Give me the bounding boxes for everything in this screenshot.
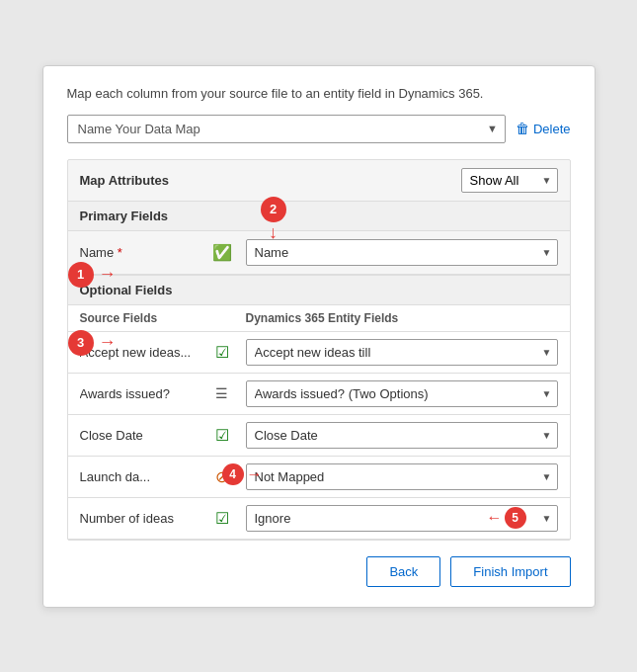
column-headers: Source Fields Dynamics 365 Entity Fields	[68, 305, 570, 332]
field-select-0-wrapper: Accept new ideas till Ignore Not Mapped …	[246, 339, 558, 366]
callout-3: 3	[68, 330, 94, 356]
description-text: Map each column from your source file to…	[67, 86, 571, 101]
optional-fields-header: Optional Fields	[68, 276, 570, 305]
icon-cell-3: ⊘ 4 →	[208, 467, 236, 486]
col-dynamics-label: Dynamics 365 Entity Fields	[246, 311, 558, 325]
primary-fields-label: Primary Fields	[80, 209, 169, 223]
back-button[interactable]: Back	[366, 556, 440, 587]
finish-import-button[interactable]: Finish Import	[450, 556, 570, 587]
map-attributes-label: Map Attributes	[80, 173, 170, 188]
icon-cell-4: ☑	[208, 509, 236, 528]
check-icon-4: ☑	[215, 509, 229, 528]
name-select[interactable]: Name Title Subject	[246, 239, 558, 266]
data-map-select-wrapper: Name Your Data Map ▼	[67, 115, 506, 143]
primary-fields-header: Primary Fields	[68, 202, 570, 231]
arrow-1-icon: →	[99, 264, 117, 285]
data-map-select[interactable]: Name Your Data Map	[67, 115, 506, 143]
doc-icon-1: ☰	[215, 385, 228, 401]
primary-fields-section: Primary Fields Name * ✅ Name Title	[68, 202, 570, 276]
name-check-icon-cell: ✅	[208, 243, 236, 262]
optional-fields-section: Optional Fields Source Fields Dynamics 3…	[68, 276, 570, 540]
field-row-1: Awards issued? ☰ Awards issued? (Two Opt…	[68, 374, 570, 415]
field-select-0[interactable]: Accept new ideas till Ignore Not Mapped	[246, 339, 558, 366]
field-select-3[interactable]: Not Mapped Ignore Launch Date	[246, 463, 558, 490]
arrow-3-icon: →	[99, 332, 117, 353]
field-row-4: Number of ideas ☑ Ignore Not Mapped Numb…	[68, 498, 570, 540]
trash-icon: 🗑	[516, 121, 529, 136]
delete-button[interactable]: 🗑 Delete	[516, 121, 571, 136]
field-label-3: Launch da...	[80, 469, 199, 484]
show-all-wrapper: Show All Mapped Unmapped ▼	[461, 168, 558, 193]
field-label-1: Awards issued?	[80, 386, 199, 401]
field-row-3: Launch da... ⊘ 4 →	[68, 457, 570, 498]
field-row-2: Close Date ☑ Close Date Ignore Not Mappe…	[68, 415, 570, 457]
check-icon-0: ☑	[215, 343, 229, 362]
field-select-3-wrapper: Not Mapped Ignore Launch Date ▼	[246, 463, 558, 490]
icon-cell-0: ☑	[208, 343, 236, 362]
name-row: Name * ✅ Name Title Subject ▼	[68, 231, 570, 275]
arrow-4-icon: →	[247, 465, 263, 483]
field-select-1-wrapper: Awards issued? (Two Options) Ignore Not …	[246, 380, 558, 407]
required-star: *	[118, 245, 122, 260]
field-select-1[interactable]: Awards issued? (Two Options) Ignore Not …	[246, 380, 558, 407]
arrow-5-icon: ←	[487, 509, 503, 527]
main-container: Map each column from your source file to…	[42, 65, 596, 608]
name-check-icon: ✅	[212, 243, 232, 262]
icon-cell-2: ☑	[208, 426, 236, 445]
map-attributes-section: Map Attributes 2 ↓ Show All Mapped Unmap…	[67, 159, 571, 541]
field-select-4-wrapper: Ignore Not Mapped Number of Ideas ▼ ← 5	[246, 505, 558, 532]
callout-1: 1	[68, 262, 94, 288]
field-select-2-wrapper: Close Date Ignore Not Mapped ▼	[246, 422, 558, 449]
arrow-2-icon: ↓	[269, 222, 278, 243]
name-field-label: Name *	[80, 245, 199, 260]
check-icon-2: ☑	[215, 426, 229, 445]
data-map-row: Name Your Data Map ▼ 🗑 Delete	[67, 115, 571, 143]
name-select-wrapper: Name Title Subject ▼	[246, 239, 558, 266]
field-label-2: Close Date	[80, 428, 199, 443]
field-label-4: Number of ideas	[80, 511, 199, 526]
map-attributes-header: Map Attributes 2 ↓ Show All Mapped Unmap…	[68, 160, 570, 202]
callout-2: 2	[261, 197, 286, 222]
footer: Back Finish Import	[67, 556, 571, 587]
field-select-2[interactable]: Close Date Ignore Not Mapped	[246, 422, 558, 449]
icon-cell-1: ☰	[208, 385, 236, 401]
field-row-0: Accept new ideas... ☑ Accept new ideas t…	[68, 332, 570, 374]
col-source-label: Source Fields	[80, 311, 199, 325]
show-all-select[interactable]: Show All Mapped Unmapped	[461, 168, 558, 193]
callout-4: 4	[222, 463, 244, 485]
callout-5: 5	[505, 507, 526, 529]
